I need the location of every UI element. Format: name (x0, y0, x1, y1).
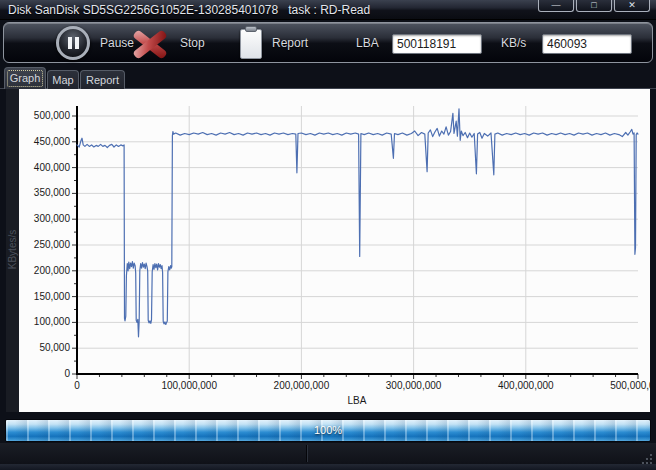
y-tick-label: 400,000 (18, 162, 70, 173)
window-bottom-border (0, 464, 656, 470)
window-controls: — □ ✕ (538, 0, 650, 12)
y-tick-label: 300,000 (18, 213, 70, 224)
tab-map-label: Map (52, 74, 73, 86)
status-bar-divider (306, 445, 307, 462)
kbs-label: KB/s (501, 23, 526, 64)
y-tick-label: 250,000 (18, 239, 70, 250)
y-axis-title: KBytes/s (7, 220, 18, 280)
x-tick-label: 300,000,000 (376, 380, 452, 391)
status-bar (0, 443, 656, 464)
y-tick-label: 450,000 (18, 136, 70, 147)
x-tick-label: 100,000,000 (151, 380, 227, 391)
report-button-label[interactable]: Report (272, 23, 308, 64)
kbs-input[interactable] (542, 34, 632, 54)
tab-report[interactable]: Report (80, 70, 125, 89)
clipboard-icon (240, 29, 262, 59)
maximize-button[interactable]: □ (576, 0, 612, 12)
toolbar: Pause Stop Report LBA KB/s (3, 22, 653, 63)
tab-graph[interactable]: Graph (4, 67, 46, 89)
pause-button[interactable] (56, 26, 90, 60)
tab-strip: Graph Map Report (0, 66, 656, 89)
x-tick-label: 200,000,000 (263, 380, 339, 391)
y-tick-label: 0 (18, 368, 70, 379)
minimize-button[interactable]: — (538, 0, 574, 12)
stop-button[interactable] (128, 27, 172, 60)
x-tick-label: 500,000,000 (600, 380, 650, 391)
y-tick-label: 50,000 (18, 342, 70, 353)
y-tick-label: 200,000 (18, 265, 70, 276)
lba-label: LBA (356, 23, 379, 64)
pause-icon (68, 37, 79, 49)
report-button[interactable] (237, 26, 265, 61)
x-axis-title: LBA (317, 395, 397, 406)
lba-input[interactable] (392, 34, 482, 54)
y-tick-label: 500,000 (18, 110, 70, 121)
y-tick-label: 150,000 (18, 291, 70, 302)
title-bar: Disk SanDisk SD5SG2256G1052E-13028540107… (0, 0, 656, 20)
progress-bar: 100% (5, 419, 651, 442)
stop-button-label[interactable]: Stop (180, 23, 205, 64)
x-tick-label: 0 (39, 380, 115, 391)
tab-report-label: Report (86, 74, 119, 86)
y-tick-label: 100,000 (18, 316, 70, 327)
progress-percent: 100% (6, 420, 650, 441)
y-tick-label: 350,000 (18, 187, 70, 198)
tab-map[interactable]: Map (47, 70, 79, 89)
throughput-chart: KBytes/s 050,000100,000150,000200,000250… (6, 89, 650, 412)
resize-grip-icon[interactable] (640, 452, 652, 464)
x-tick-label: 400,000,000 (488, 380, 564, 391)
chart-plot (6, 89, 650, 412)
window-title: Disk SanDisk SD5SG2256G1052E-13028540107… (8, 0, 370, 20)
close-button[interactable]: ✕ (614, 0, 650, 12)
